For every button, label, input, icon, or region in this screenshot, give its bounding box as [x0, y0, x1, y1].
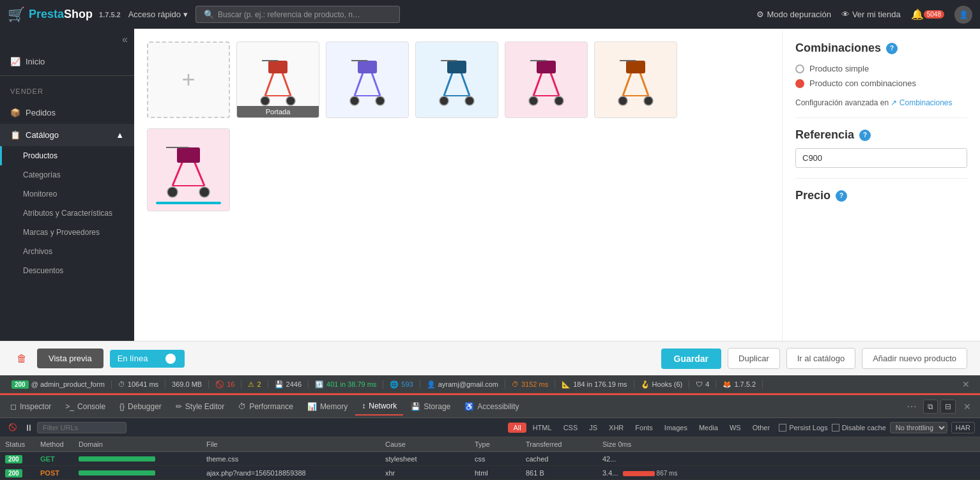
product-image-3[interactable]	[415, 41, 498, 118]
perf-segment[interactable]: ⏱ 3152 ms	[505, 380, 555, 388]
chip-css[interactable]: CSS	[558, 423, 583, 433]
chip-all[interactable]: All	[508, 423, 526, 433]
devtools-detach-btn[interactable]: ⧉	[923, 400, 938, 414]
shield-segment[interactable]: 🛡 4	[689, 380, 716, 388]
persist-logs-check[interactable]: Persist Logs	[779, 424, 828, 431]
reference-help-icon[interactable]: ?	[859, 130, 871, 141]
chip-media[interactable]: Media	[694, 423, 723, 433]
sidebar-sub-archivos[interactable]: Archivos	[0, 242, 134, 261]
disable-cache-checkbox[interactable]	[832, 424, 839, 431]
product-images-area: + Portada	[134, 29, 782, 341]
sidebar-item-inicio[interactable]: 📈 Inicio	[0, 50, 134, 73]
devtools-close-btn[interactable]: ✕	[957, 379, 975, 389]
chip-html[interactable]: HTML	[528, 423, 557, 433]
product-image-1[interactable]: Portada	[236, 41, 319, 118]
tab-network[interactable]: ↕ Network	[355, 398, 403, 416]
status-code-segment: 200 @ admin_product_form	[5, 380, 112, 389]
save-label: Guardar	[674, 354, 708, 364]
tab-storage[interactable]: 💾 Storage	[404, 398, 457, 415]
tab-inspector[interactable]: ◻ Inspector	[4, 398, 57, 415]
search-bar[interactable]: 🔍 Buscar (p. ej.: referencia de producto…	[195, 6, 400, 23]
add-image-button[interactable]: +	[147, 41, 230, 118]
combinations-help-icon[interactable]: ?	[886, 43, 898, 54]
catalog-icon: 📋	[10, 130, 20, 140]
preview-button[interactable]: Vista previa	[37, 349, 103, 368]
chip-xhr[interactable]: XHR	[604, 423, 629, 433]
add-product-button[interactable]: Añadir nuevo producto	[862, 348, 967, 369]
combinations-label: Combinaciones	[795, 41, 881, 55]
avatar[interactable]: 👤	[954, 6, 972, 24]
warnings-segment[interactable]: ⚠ 2	[241, 380, 268, 389]
product-image-2[interactable]	[326, 41, 409, 118]
tab-performance[interactable]: ⏱ Performance	[232, 398, 300, 415]
save-button[interactable]: Guardar	[661, 349, 721, 369]
chip-fonts[interactable]: Fonts	[630, 423, 658, 433]
product-image-6[interactable]	[147, 128, 230, 211]
sidebar-sub-categorias[interactable]: Categorías	[0, 165, 134, 184]
debugger-label: Debugger	[128, 402, 162, 411]
trash-icon: 🗑	[17, 353, 27, 364]
combinations-link[interactable]: ↗ Combinaciones	[891, 98, 952, 107]
sidebar-item-pedidos[interactable]: 📦 Pedidos	[0, 101, 134, 124]
product-image-5[interactable]	[594, 41, 677, 118]
sidebar-sub-marcas[interactable]: Marcas y Proveedores	[0, 223, 134, 242]
sidebar-sub-monitoreo[interactable]: Monitoreo	[0, 184, 134, 204]
layout-segment[interactable]: 📐 184 in 176.19 ms	[555, 380, 634, 389]
quick-access-dropdown[interactable]: Acceso rápido ▾	[128, 10, 188, 19]
disable-cache-check[interactable]: Disable cache	[832, 424, 886, 431]
hooks-segment[interactable]: 🪝 Hooks (6)	[634, 380, 690, 389]
requests-segment[interactable]: 🔃 401 in 38.79 ms	[309, 380, 383, 389]
chevron-up-icon: ▲	[116, 130, 124, 140]
har-button[interactable]: HAR	[951, 422, 975, 433]
view-store[interactable]: 👁 Ver mi tienda	[841, 10, 901, 19]
table-row[interactable]: 200 GET theme.css stylesheet css cached …	[0, 452, 980, 466]
chip-ws[interactable]: WS	[724, 423, 746, 433]
svg-point-40	[199, 187, 210, 197]
online-toggle-area[interactable]: En línea	[110, 350, 185, 368]
duplicate-button[interactable]: Duplicar	[728, 348, 780, 369]
sidebar-sub-descuentos[interactable]: Descuentos	[0, 261, 134, 280]
tab-memory[interactable]: 📊 Memory	[301, 398, 354, 415]
notifications[interactable]: 🔔 5048	[911, 8, 944, 20]
clear-network-btn[interactable]: 🚫	[5, 422, 20, 433]
svg-point-19	[465, 96, 474, 105]
chip-images[interactable]: Images	[659, 423, 693, 433]
devtools-close-tab-btn[interactable]: ✕	[958, 399, 976, 414]
throttle-select[interactable]: No throttling	[890, 422, 947, 433]
filter-urls-input[interactable]	[37, 422, 126, 433]
network-segment[interactable]: 🌐 593	[383, 380, 420, 389]
price-help-icon[interactable]: ?	[836, 190, 847, 202]
online-toggle[interactable]	[153, 352, 177, 365]
storage-segment[interactable]: 💾 2446	[268, 380, 309, 389]
table-row[interactable]: 200 POST ajax.php?rand=1565018859388 xhr…	[0, 466, 980, 480]
devtools-dock-btn[interactable]: ⊟	[940, 400, 956, 414]
notif-badge: 5048	[924, 10, 944, 19]
tab-style-editor[interactable]: ✏ Style Editor	[169, 398, 231, 415]
pause-network-btn[interactable]: ⏸	[24, 423, 33, 433]
reference-input[interactable]	[795, 148, 967, 168]
devtools-more-btn[interactable]: ⋯	[903, 398, 921, 415]
persist-logs-checkbox[interactable]	[779, 424, 786, 431]
tab-accessibility[interactable]: ♿ Accessibility	[458, 398, 525, 415]
size-segment: 369.0 MB	[165, 380, 209, 388]
catalog-button[interactable]: Ir al catálogo	[786, 348, 855, 369]
sidebar-sub-productos[interactable]: Productos	[0, 146, 134, 165]
svg-point-4	[261, 96, 270, 105]
tab-debugger[interactable]: {} Debugger	[113, 398, 168, 415]
search-placeholder: Buscar (p. ej.: referencia de producto, …	[218, 10, 360, 19]
version-label: 1.7.5.2	[99, 11, 121, 19]
debug-mode[interactable]: ⚙ Modo depuración	[756, 10, 831, 19]
errors-segment[interactable]: 🚫 16	[209, 380, 241, 389]
chip-other[interactable]: Other	[747, 423, 776, 433]
sidebar-collapse-btn[interactable]: «	[0, 29, 134, 50]
radio-simple[interactable]: Producto simple	[795, 64, 967, 73]
tab-console[interactable]: >_ Console	[59, 398, 112, 415]
product-image-4[interactable]	[505, 41, 588, 118]
price-label: Precio	[795, 189, 831, 202]
logo-ps: Presta	[29, 8, 64, 20]
sidebar-item-catalogo[interactable]: 📋 Catálogo ▲	[0, 124, 134, 146]
chip-js[interactable]: JS	[584, 423, 602, 433]
delete-button[interactable]: 🗑	[13, 349, 31, 368]
radio-combined[interactable]: Producto con combinaciones	[795, 79, 967, 88]
sidebar-sub-atributos[interactable]: Atributos y Características	[0, 204, 134, 223]
